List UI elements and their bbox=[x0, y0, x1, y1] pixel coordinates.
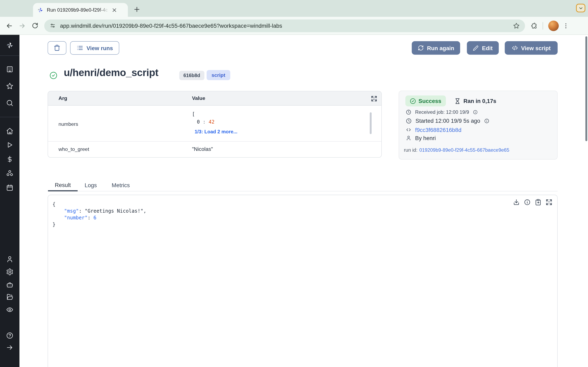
code-icon bbox=[512, 45, 518, 51]
bookmark-star-icon[interactable] bbox=[513, 22, 520, 29]
clock-icon bbox=[406, 109, 411, 115]
view-script-label: View script bbox=[521, 45, 551, 51]
windmill-logo[interactable] bbox=[6, 41, 14, 49]
table-row: who_to_greet "Nicolas" bbox=[48, 142, 381, 157]
received-text: Received job: 12:00 19/9 bbox=[415, 109, 469, 115]
tab-logs[interactable]: Logs bbox=[79, 179, 102, 192]
info-icon[interactable] bbox=[523, 198, 531, 206]
result-panel: { "msg": "Greetings Nicolas!", "number":… bbox=[48, 195, 558, 367]
status-badge: Success bbox=[406, 95, 446, 106]
sidebar-item-help[interactable] bbox=[6, 332, 13, 339]
address-bar[interactable]: app.windmill.dev/run/019209b9-89e0-f29f-… bbox=[44, 19, 525, 32]
arg-name: numbers bbox=[59, 121, 78, 127]
tab-close-icon[interactable] bbox=[112, 7, 118, 13]
delete-run-button[interactable] bbox=[48, 41, 66, 55]
sidebar-item-resources[interactable] bbox=[6, 170, 13, 177]
info-icon[interactable] bbox=[473, 110, 478, 115]
tab-result[interactable]: Result bbox=[48, 179, 78, 192]
run-again-button[interactable]: Run again bbox=[412, 41, 460, 55]
refresh-icon bbox=[418, 45, 424, 51]
browser-tab-bar: Run 019209b9-89e0-f29f-4c bbox=[0, 0, 588, 17]
check-circle-icon bbox=[410, 98, 416, 104]
tab-metrics[interactable]: Metrics bbox=[108, 179, 134, 192]
url-text[interactable]: app.windmill.dev/run/019209b9-89e0-f29f-… bbox=[60, 22, 510, 29]
sidebar-item-workers[interactable] bbox=[6, 281, 13, 289]
browser-menu-icon[interactable] bbox=[562, 22, 569, 29]
json-open-brace: { bbox=[52, 201, 146, 208]
back-button[interactable] bbox=[3, 19, 16, 32]
json-close-brace: } bbox=[52, 221, 146, 228]
result-json-viewer: { "msg": "Greetings Nicolas!", "number":… bbox=[52, 201, 146, 228]
view-runs-label: View runs bbox=[86, 45, 113, 51]
forward-button[interactable] bbox=[16, 19, 28, 32]
browser-toolbar: app.windmill.dev/run/019209b9-89e0-f29f-… bbox=[0, 17, 588, 35]
extensions-icon[interactable] bbox=[530, 22, 537, 29]
browser-window: Run 019209b9-89e0-f29f-4c bbox=[0, 0, 588, 367]
arg-name: who_to_greet bbox=[59, 146, 89, 152]
tab-title: Run 019209b9-89e0-f29f-4c bbox=[47, 7, 110, 13]
browser-update-chip[interactable] bbox=[576, 4, 585, 12]
site-info-icon[interactable] bbox=[49, 22, 56, 29]
script-hash-badge[interactable]: 616b8d bbox=[179, 71, 204, 80]
edit-label: Edit bbox=[482, 45, 493, 51]
download-icon[interactable] bbox=[513, 198, 520, 206]
sidebar-item-schedules[interactable] bbox=[6, 184, 13, 192]
code-icon bbox=[406, 127, 411, 133]
browser-tab[interactable]: Run 019209b9-89e0-f29f-4c bbox=[33, 3, 128, 17]
view-script-button[interactable]: View script bbox=[505, 41, 558, 55]
run-id-link[interactable]: 019209b9-89e0-f29f-4c55-667baece9e65 bbox=[419, 147, 509, 153]
load-more-link[interactable]: 1/3: Load 2 more... bbox=[195, 129, 237, 134]
page-title: u/henri/demo_script bbox=[64, 67, 158, 79]
clipboard-copy-icon[interactable] bbox=[534, 198, 542, 206]
chevron-down-icon bbox=[578, 6, 583, 11]
sidebar-item-users[interactable] bbox=[6, 256, 13, 263]
list-icon bbox=[76, 45, 83, 51]
arg-value: "Nicolas" bbox=[192, 146, 213, 152]
sidebar-item-search[interactable] bbox=[6, 99, 13, 107]
json-key: "number" bbox=[64, 215, 87, 221]
trash-icon bbox=[54, 45, 61, 51]
json-string-value: "Greetings Nicolas!" bbox=[85, 208, 144, 214]
new-tab-button[interactable] bbox=[132, 4, 142, 14]
script-hash-link[interactable]: f9cc3f6882616b8d bbox=[415, 127, 461, 133]
page-scrollbar[interactable] bbox=[585, 36, 587, 141]
json-separator: : bbox=[87, 215, 94, 221]
expand-icon[interactable] bbox=[545, 198, 553, 206]
profile-avatar[interactable] bbox=[548, 20, 559, 31]
run-again-label: Run again bbox=[427, 45, 454, 51]
sidebar-item-workspace[interactable] bbox=[6, 66, 13, 73]
started-text: Started 12:00 19/9 5s ago bbox=[415, 118, 480, 124]
sidebar-item-favorites[interactable] bbox=[6, 82, 13, 90]
created-by-text: By henri bbox=[415, 135, 436, 141]
sidebar-item-folders[interactable] bbox=[6, 293, 13, 301]
hourglass-icon bbox=[454, 98, 460, 104]
edit-button[interactable]: Edit bbox=[467, 41, 499, 55]
result-tabs: Result Logs Metrics bbox=[48, 179, 558, 192]
windmill-favicon bbox=[37, 7, 43, 13]
json-key: "msg" bbox=[64, 208, 79, 214]
table-row: numbers [ 0 : 42 1/3: Load 2 more... bbox=[48, 106, 381, 142]
reload-button[interactable] bbox=[29, 19, 41, 32]
json-comma: , bbox=[143, 208, 146, 214]
json-separator: : bbox=[79, 208, 85, 214]
toolbar-divider bbox=[543, 22, 543, 29]
status-label: Success bbox=[419, 98, 441, 104]
view-runs-button[interactable]: View runs bbox=[70, 41, 119, 55]
arg-column-header: Arg bbox=[59, 95, 67, 101]
sidebar-item-settings[interactable] bbox=[6, 268, 13, 276]
expand-args-icon[interactable] bbox=[371, 95, 378, 102]
sidebar-item-audit-logs[interactable] bbox=[6, 306, 13, 314]
app-sidebar bbox=[0, 35, 20, 367]
info-icon[interactable] bbox=[484, 118, 489, 123]
script-kind-badge[interactable]: script bbox=[207, 70, 230, 80]
sidebar-item-runs[interactable] bbox=[6, 141, 13, 149]
value-scrollbar[interactable] bbox=[370, 112, 372, 134]
args-table-header: Arg Value bbox=[48, 91, 381, 106]
run-detail-page: View runs Run again Edit View script u/h… bbox=[20, 35, 588, 367]
array-preview: [ 0 : 42 bbox=[192, 110, 214, 126]
pencil-icon bbox=[473, 45, 479, 51]
sidebar-item-variables[interactable] bbox=[6, 155, 13, 163]
sidebar-expand-icon[interactable] bbox=[6, 344, 13, 351]
sidebar-item-home[interactable] bbox=[6, 127, 13, 135]
sidebar-divider bbox=[0, 55, 20, 56]
